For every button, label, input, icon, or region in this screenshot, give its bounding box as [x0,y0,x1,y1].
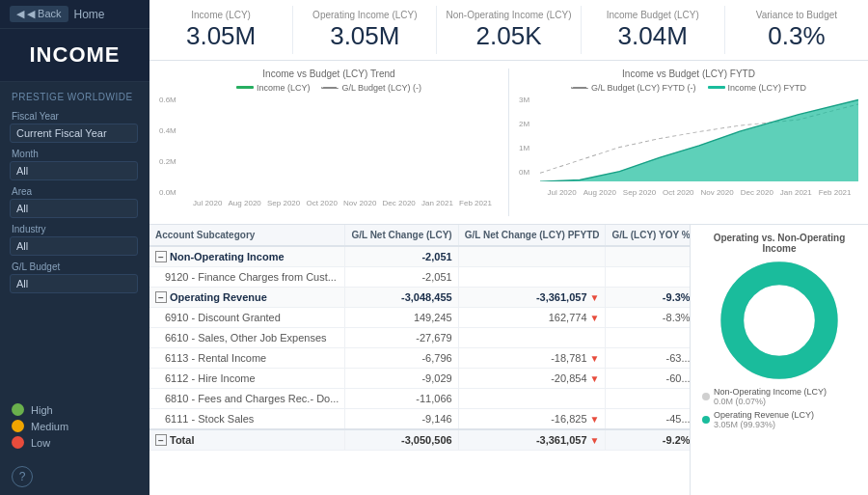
data-table-wrapper[interactable]: Account Subcategory G/L Net Change (LCY)… [149,225,690,495]
cell-gl-net: -9,146 [345,408,458,429]
cell-gl-net: -6,796 [345,347,458,368]
table-section: Account Subcategory G/L Net Change (LCY)… [149,225,868,495]
kpi-non-operating-value: 2.05K [445,22,572,50]
bar-chart-legend: Income (LCY) G/L Budget (LCY) (-) [159,83,499,93]
cell-subcategory: −Non-Operating Income [149,246,345,267]
table-row[interactable]: 6112 - Hire Income -9,029 -20,854 ▼ -60.… [149,368,690,388]
fiscal-year-select[interactable]: Current Fiscal Year [10,124,138,143]
area-chart-area: 3M 2M 1M 0M Jul 2020 Aug 2020 Sep 2020 [519,96,858,197]
table-row[interactable]: 9120 - Finance Charges from Cust... -2,0… [149,266,690,287]
back-button[interactable]: ◀ ◀ Back [10,6,68,22]
col-subcategory: Account Subcategory [149,225,345,246]
area-legend-income: Income (LCY) FYTD [708,83,807,93]
table-row[interactable]: 6113 - Rental Income -6,796 -18,781 ▼ -6… [149,347,690,368]
donut-legend: Non-Operating Income (LCY)0.0M (0.07%) O… [698,387,860,431]
table-row[interactable]: 6810 - Fees and Charges Rec.- Do... -11,… [149,388,690,408]
high-label: High [31,404,53,416]
medium-dot [12,420,24,432]
col-gl-net-pfytd: G/L Net Change (LCY) PFYTD [458,225,606,246]
area-select[interactable]: All [10,199,138,218]
cell-gl-net-pfytd: -3,361,057 ▼ [458,429,606,451]
down-arrow-icon: ▼ [590,292,600,303]
cell-yoy: -63... [606,347,690,368]
cell-subcategory: 6810 - Fees and Charges Rec.- Do... [149,388,345,408]
month-select[interactable]: All [10,161,138,180]
month-label: Month [0,143,149,161]
low-label: Low [31,437,50,449]
cell-yoy [606,266,690,287]
bar-legend-income-label: Income (LCY) [257,83,311,93]
bars-wrapper [190,96,495,197]
back-icon: ◀ [16,8,24,20]
company-label: PRESTIGE WORLDWIDE [0,82,149,105]
cell-gl-net-pfytd: 162,774 ▼ [458,307,606,327]
collapse-icon[interactable]: − [155,251,167,262]
bar-chart-area: 0.6M 0.4M 0.2M 0.0M [159,96,499,197]
donut-title: Operating vs. Non-Operating Income [698,233,860,254]
col-yoy: G/L (LCY) YOY % [606,225,690,246]
down-arrow-icon: ▼ [590,353,600,364]
table-row[interactable]: 6111 - Stock Sales -9,146 -16,825 ▼ -45.… [149,408,690,429]
cell-gl-net-pfytd [458,246,606,267]
high-dot [12,403,24,416]
table-row[interactable]: −Operating Revenue -3,048,455 -3,361,057… [149,287,690,307]
cell-subcategory: 6610 - Sales, Other Job Expenses [149,327,345,347]
donut-chart-svg [717,258,842,383]
kpi-operating-value: 3.05M [301,22,428,50]
sidebar: ◀ ◀ Back Home INCOME PRESTIGE WORLDWIDE … [0,0,149,495]
cell-gl-net: -3,048,455 [345,287,458,307]
area-chart-container: Income vs Budget (LCY) FYTD G/L Budget (… [519,69,858,216]
cell-yoy [606,327,690,347]
col-gl-net: G/L Net Change (LCY) [345,225,458,246]
cell-gl-net: -11,066 [345,388,458,408]
collapse-icon[interactable]: − [155,434,167,446]
cell-yoy [606,246,690,267]
cell-yoy [606,388,690,408]
cell-yoy: -45... [606,408,690,429]
bar-legend-budget-label: G/L Budget (LCY) (-) [341,83,421,93]
cell-gl-net-pfytd: -3,361,057 ▼ [458,287,606,307]
kpi-non-operating-label: Non-Operating Income (LCY) [445,10,572,20]
kpi-budget: Income Budget (LCY) 3.04M [582,6,725,54]
kpi-operating: Operating Income (LCY) 3.05M [293,6,437,54]
area-budget-indicator [571,87,588,89]
area-chart-svg [540,96,858,181]
table-row[interactable]: −Non-Operating Income -2,051 -2,630 579 … [149,246,690,267]
kpi-income-value: 3.05M [157,22,285,50]
legend-medium: Medium [12,420,138,432]
cell-subcategory: 9120 - Finance Charges from Cust... [149,266,345,287]
kpi-variance-value: 0.3% [733,22,860,50]
area-label: Area [0,180,149,199]
collapse-icon[interactable]: − [155,291,167,303]
non-op-label: Non-Operating Income (LCY)0.0M (0.07%) [714,387,827,406]
cell-gl-net: -9,029 [345,368,458,388]
cell-gl-net: -27,679 [345,327,458,347]
gl-budget-select[interactable]: All [10,274,138,293]
sidebar-title: INCOME [0,29,149,82]
chart-divider [508,69,509,216]
home-link[interactable]: Home [74,8,105,21]
table-row[interactable]: 6910 - Discount Granted 149,245 162,774 … [149,307,690,327]
cell-yoy: -8.3% [606,307,690,327]
cell-subcategory: −Total [149,429,345,451]
industry-select[interactable]: All [10,236,138,256]
table-row[interactable]: 6610 - Sales, Other Job Expenses -27,679 [149,327,690,347]
cell-gl-net-pfytd [458,327,606,347]
table-row[interactable]: −Total -3,050,506 -3,361,057 ▼ -9.2% -3,… [149,429,690,451]
cell-yoy: -60... [606,368,690,388]
op-label: Operating Revenue (LCY)3.05M (99.93%) [714,410,814,429]
legend-low: Low [12,436,138,449]
area-legend-budget-label: G/L Budget (LCY) FYTD (-) [591,83,696,93]
help-button[interactable]: ? [12,466,33,487]
cell-subcategory: 6111 - Stock Sales [149,408,345,429]
charts-row: Income vs Budget (LCY) Trend Income (LCY… [149,61,868,225]
non-op-dot [702,393,710,400]
cell-gl-net: 149,245 [345,307,458,327]
cell-gl-net: -3,050,506 [345,429,458,451]
down-arrow-icon: ▼ [590,414,600,425]
cell-gl-net-pfytd [458,266,606,287]
kpi-income: Income (LCY) 3.05M [149,6,293,54]
donut-inner [745,286,814,355]
donut-legend-non-op: Non-Operating Income (LCY)0.0M (0.07%) [702,387,856,406]
cell-gl-net: -2,051 [345,266,458,287]
